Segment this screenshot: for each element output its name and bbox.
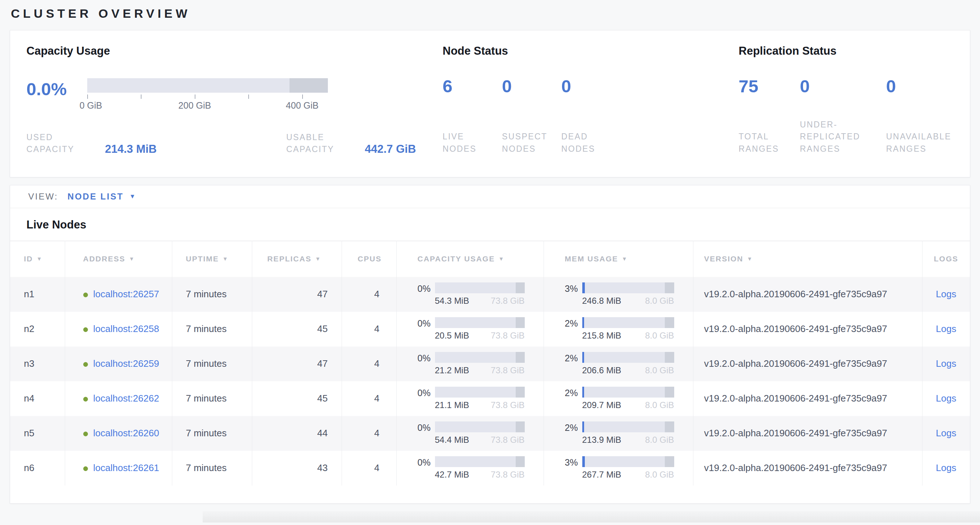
mem-used-value: 209.7 MiB <box>582 400 621 410</box>
capacity-usage-heading: Capacity Usage <box>26 43 442 59</box>
capacity-usage-bar <box>435 421 525 432</box>
node-live-status-dot <box>83 362 88 367</box>
node-id-cell: n5 <box>10 416 65 451</box>
node-list-dropdown[interactable]: NODE LIST <box>68 191 124 202</box>
sort-desc-icon: ▼ <box>315 255 321 262</box>
view-label: VIEW: <box>28 191 58 202</box>
column-header-mem-usage[interactable]: MEM USAGE▼ <box>544 241 693 277</box>
axis-tick-label: 0 GiB <box>80 100 102 111</box>
capacity-usage-bar <box>435 352 525 363</box>
used-capacity-value: 214.3 MiB <box>105 143 157 156</box>
node-address-link[interactable]: localhost:26258 <box>93 323 159 334</box>
sort-desc-icon: ▼ <box>747 255 753 262</box>
replicas-cell: 44 <box>252 416 342 451</box>
node-address-cell: localhost:26258 <box>65 312 172 346</box>
table-row: n1 localhost:26257 7 minutes 47 4 0% 54.… <box>10 277 970 312</box>
node-live-status-dot <box>83 397 88 402</box>
mem-total-value: 8.0 GiB <box>645 469 674 480</box>
node-id-cell: n6 <box>10 451 65 485</box>
node-address-link[interactable]: localhost:26260 <box>93 428 159 439</box>
replicas-cell: 45 <box>252 312 342 346</box>
column-header-replicas[interactable]: REPLICAS▼ <box>252 241 342 277</box>
live-nodes-table: ID▼ ADDRESS▼ UPTIME▼ REPLICAS▼ CPUS▼ CAP… <box>10 241 970 485</box>
capacity-percent-label: 0% <box>418 352 435 364</box>
stat-value: 75 <box>739 78 800 95</box>
logs-link[interactable]: Logs <box>936 323 956 334</box>
replicas-cell: 47 <box>252 277 342 312</box>
capacity-usage-cell: 0% 20.5 MiB73.8 GiB <box>396 312 544 346</box>
logs-link[interactable]: Logs <box>936 462 956 473</box>
logs-link[interactable]: Logs <box>936 358 956 369</box>
logs-link[interactable]: Logs <box>936 428 956 439</box>
node-status-heading: Node Status <box>442 43 739 59</box>
usable-capacity-value: 442.7 GiB <box>365 143 416 156</box>
uptime-cell: 7 minutes <box>172 381 252 416</box>
capacity-percent-label: 0% <box>418 456 435 468</box>
logs-link[interactable]: Logs <box>936 289 956 300</box>
node-address-link[interactable]: localhost:26261 <box>93 462 159 473</box>
node-address-cell: localhost:26259 <box>65 346 172 381</box>
table-row: n5 localhost:26260 7 minutes 44 4 0% 54.… <box>10 416 970 451</box>
node-live-status-dot <box>83 327 88 332</box>
mem-usage-cell: 3% 246.8 MiB8.0 GiB <box>544 277 693 312</box>
uptime-cell: 7 minutes <box>172 416 252 451</box>
capacity-usage-cell: 0% 21.2 MiB73.8 GiB <box>396 346 544 381</box>
capacity-used-value: 21.2 MiB <box>435 365 469 375</box>
cpus-cell: 4 <box>342 451 396 485</box>
node-id-cell: n4 <box>10 381 65 416</box>
capacity-total-value: 73.8 GiB <box>491 469 524 480</box>
version-cell: v19.2.0-alpha.20190606-2491-gfe735c9a97 <box>693 312 922 346</box>
node-id-cell: n1 <box>10 277 65 312</box>
page-title: CLUSTER OVERVIEW <box>11 6 980 21</box>
mem-total-value: 8.0 GiB <box>645 296 674 306</box>
cpus-cell: 4 <box>342 277 396 312</box>
mem-usage-cell: 2% 206.6 MiB8.0 GiB <box>544 346 693 381</box>
column-header-uptime[interactable]: UPTIME▼ <box>172 241 252 277</box>
capacity-usage-section: Capacity Usage 0.0% 0 GiB 200 GiB 400 Gi… <box>26 30 442 177</box>
node-address-link[interactable]: localhost:26259 <box>93 358 159 369</box>
mem-used-value: 213.9 MiB <box>582 435 621 445</box>
view-selector-bar: VIEW: NODE LIST ▼ <box>10 185 970 208</box>
node-address-link[interactable]: localhost:26257 <box>93 289 159 300</box>
mem-used-value: 246.8 MiB <box>582 296 621 306</box>
mem-usage-cell: 2% 213.9 MiB8.0 GiB <box>544 416 693 451</box>
bottom-shadow <box>203 511 980 522</box>
under-replicated-ranges-stat: 0 UNDER-REPLICATED RANGES <box>800 78 886 155</box>
sort-desc-icon: ▼ <box>498 255 504 262</box>
node-address-cell: localhost:26260 <box>65 416 172 451</box>
mem-percent-label: 3% <box>565 456 582 468</box>
replication-status-heading: Replication Status <box>739 43 970 59</box>
capacity-percent: 0.0% <box>26 77 87 98</box>
capacity-percent-label: 0% <box>418 317 435 329</box>
stat-label: TOTAL RANGES <box>739 131 789 155</box>
mem-used-value: 267.7 MiB <box>582 469 621 480</box>
node-live-status-dot <box>83 292 88 297</box>
uptime-cell: 7 minutes <box>172 451 252 485</box>
column-header-capacity-usage[interactable]: CAPACITY USAGE▼ <box>396 241 544 277</box>
node-address-link[interactable]: localhost:26262 <box>93 393 159 404</box>
cpus-cell: 4 <box>342 381 396 416</box>
capacity-total-value: 73.8 GiB <box>491 400 524 410</box>
capacity-total-value: 73.8 GiB <box>491 435 524 445</box>
logs-link[interactable]: Logs <box>936 393 956 404</box>
stat-value: 0 <box>800 78 886 95</box>
column-header-logs: LOGS▼ <box>922 241 970 277</box>
capacity-total-value: 73.8 GiB <box>491 365 524 375</box>
mem-usage-cell: 3% 267.7 MiB8.0 GiB <box>544 451 693 485</box>
column-header-id[interactable]: ID▼ <box>10 241 65 277</box>
capacity-used-value: 20.5 MiB <box>435 330 469 341</box>
column-header-address[interactable]: ADDRESS▼ <box>65 241 172 277</box>
capacity-usage-cell: 0% 42.7 MiB73.8 GiB <box>396 451 544 485</box>
logs-cell: Logs <box>922 416 970 451</box>
axis-tick-label: 200 GiB <box>178 100 211 111</box>
dead-nodes-stat: 0 DEAD NODES <box>561 78 612 155</box>
column-header-version[interactable]: VERSION▼ <box>693 241 922 277</box>
mem-usage-bar <box>582 282 674 293</box>
dropdown-caret-icon[interactable]: ▼ <box>130 193 136 200</box>
mem-usage-bar <box>582 456 674 467</box>
capacity-usage-cell: 0% 54.4 MiB73.8 GiB <box>396 416 544 451</box>
live-nodes-heading: Live Nodes <box>26 218 970 231</box>
logs-cell: Logs <box>922 346 970 381</box>
stat-label: UNAVAILABLE RANGES <box>886 131 970 155</box>
uptime-cell: 7 minutes <box>172 312 252 346</box>
